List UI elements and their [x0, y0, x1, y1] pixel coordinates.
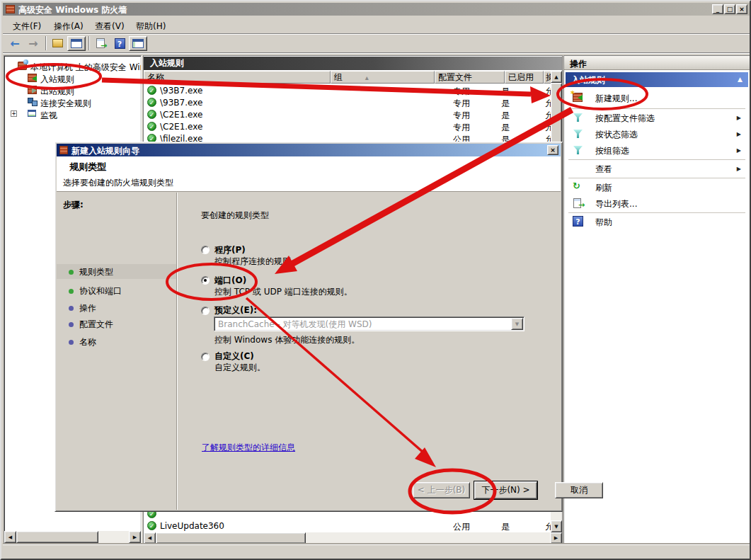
step-bullet-green [69, 270, 74, 275]
scroll-left-button[interactable]: ◀ [144, 532, 156, 544]
wizard-icon [59, 146, 68, 154]
tree-root-label: 本地计算机 上的高级安全 Wind [30, 62, 142, 74]
scroll-left-button[interactable]: ◀ [4, 531, 16, 543]
table-row[interactable]: ✓ \93B7.exe 专用 是 允许 [144, 96, 552, 108]
step-bullet-green [69, 289, 74, 294]
action-view[interactable]: 查看 ▶ [566, 161, 748, 177]
toolbar: ← → → ? [3, 35, 750, 53]
tree-item-label: 连接安全规则 [40, 98, 91, 110]
connection-security-icon2 [32, 101, 38, 106]
export-list-button[interactable]: → [92, 36, 109, 50]
minimize-button[interactable]: _ [712, 4, 723, 14]
action-refresh[interactable]: ↻ 刷新 [566, 179, 748, 195]
next-button[interactable]: 下一步(N) > [474, 481, 537, 499]
tree-root-item[interactable]: 本地计算机 上的高级安全 Wind [6, 61, 142, 72]
cancel-button[interactable]: 取消 [555, 482, 603, 498]
allowed-rule-icon: ✓ [147, 110, 156, 119]
tree-item-connection-security-rules[interactable]: 连接安全规则 [6, 97, 141, 108]
rule-type-label-predefined[interactable]: 预定义(E): [214, 304, 257, 316]
rule-type-label-port[interactable]: 端口(O) [214, 275, 246, 287]
toolbar-separator [45, 36, 47, 50]
column-header-enabled[interactable]: 已启用 [505, 71, 544, 84]
scroll-right-button[interactable]: ▶ [550, 532, 562, 544]
table-row[interactable]: ✓ LiveUpdate360 公用 是 允许 [144, 520, 552, 532]
monitoring-icon [28, 110, 36, 117]
filter-icon [573, 130, 583, 138]
separator [568, 108, 745, 109]
back-button-wizard[interactable]: < 上一步(B) [413, 482, 470, 498]
menu-bar: 文件(F) 操作(A) 查看(V) 帮助(H) [3, 17, 750, 34]
step-item[interactable]: 配置文件 [57, 316, 176, 331]
toolbar-separator [88, 36, 90, 50]
step-item-current[interactable]: 规则类型 [57, 264, 176, 279]
scroll-down-button[interactable]: ▼ [551, 520, 562, 532]
step-item[interactable]: 操作 [57, 300, 176, 315]
list-hscrollbar[interactable]: ◀ ▶ [144, 532, 562, 544]
menu-item-file[interactable]: 文件(F) [8, 19, 45, 34]
step-item[interactable]: 协议和端口 [57, 283, 176, 298]
dialog-close-button[interactable]: × [547, 145, 558, 155]
show-hide-tree-button[interactable] [129, 36, 147, 51]
rule-name: \93B7.exe [160, 86, 330, 96]
action-new-rule[interactable]: * 新建规则... [566, 88, 748, 107]
collapse-icon[interactable]: ▲ [738, 76, 743, 83]
forward-button[interactable]: → [25, 36, 42, 50]
actions-title: 操作 [564, 56, 750, 70]
scroll-right-button[interactable]: ▶ [129, 531, 141, 543]
rule-name: \93B7.exe [160, 98, 330, 108]
action-filter-by-profile[interactable]: 按配置文件筛选 ▶ [566, 110, 748, 126]
column-header-profile[interactable]: 配置文件 [435, 71, 505, 84]
action-export-list[interactable]: → 导出列表... [566, 195, 748, 212]
step-bullet-blue [69, 322, 74, 327]
help-button[interactable]: ? [112, 36, 127, 50]
tree-hscrollbar[interactable]: ◀ ▶ [4, 531, 141, 543]
action-help[interactable]: ? 帮助 [566, 214, 748, 230]
rule-type-label-program[interactable]: 程序(P) [214, 244, 246, 256]
action-filter-by-state[interactable]: 按状态筛选 ▶ [566, 126, 748, 142]
tree-item-outbound-rules[interactable]: 出站规则 [6, 85, 141, 96]
folder-up-button[interactable] [49, 36, 66, 50]
table-row[interactable]: ✓ \C2E1.exe 专用 是 允许 [144, 108, 552, 120]
separator [568, 212, 745, 213]
menu-item-help[interactable]: 帮助(H) [132, 19, 170, 34]
predefined-dropdown-value: BranchCache - 对等机发现(使用 WSD) [218, 319, 501, 331]
rule-type-label-custom[interactable]: 自定义(C) [214, 350, 254, 362]
dialog-title-bar: 新建入站规则向导 × [57, 144, 561, 156]
menu-item-view[interactable]: 查看(V) [91, 19, 129, 34]
dropdown-arrow-button[interactable]: ▼ [511, 318, 523, 330]
scroll-up-button[interactable]: ▲ [551, 71, 562, 83]
tree-item-inbound-rules[interactable]: 入站规则 [6, 73, 141, 84]
filter-icon [573, 113, 583, 122]
table-row[interactable]: ✓ \93B7.exe 专用 是 允许 [144, 84, 552, 96]
step-item[interactable]: 名称 [57, 334, 176, 349]
separator [568, 159, 745, 160]
help-icon: ? [115, 38, 125, 49]
allowed-rule-icon: ✓ [147, 86, 156, 95]
tree-item-monitoring[interactable]: + 监视 [6, 109, 141, 120]
menu-item-action[interactable]: 操作(A) [50, 19, 88, 34]
actions-section-header[interactable]: 入站规则 ▲ [566, 72, 748, 87]
scroll-thumb[interactable] [16, 531, 98, 543]
title-bar: 高级安全 Windows 防火墙 _ □ × [3, 3, 750, 16]
scroll-thumb[interactable] [156, 532, 306, 544]
maximize-button[interactable]: □ [724, 4, 735, 14]
tree-item-label: 入站规则 [40, 74, 74, 86]
firewall-app-icon [6, 5, 15, 13]
predefined-dropdown[interactable]: BranchCache - 对等机发现(使用 WSD) ▼ [214, 316, 524, 331]
rule-type-radio-0[interactable] [201, 246, 210, 254]
column-header-name[interactable]: 名称 [144, 71, 331, 84]
close-button[interactable]: × [736, 4, 747, 14]
console-window-button[interactable] [67, 36, 86, 51]
allowed-rule-icon: ✓ [147, 122, 156, 131]
rule-type-radio-2[interactable] [201, 307, 210, 315]
learn-more-link[interactable]: 了解规则类型的详细信息 [202, 442, 295, 454]
tree-expander[interactable]: + [11, 110, 17, 117]
rule-type-radio-1[interactable] [201, 276, 210, 285]
column-header-group[interactable]: 组 ▴ [331, 71, 435, 84]
back-icon: ← [10, 37, 19, 50]
back-button[interactable]: ← [6, 36, 23, 50]
new-rule-arrow-icon [578, 95, 583, 101]
table-row[interactable]: ✓ \C2E1.exe 专用 是 允许 [144, 120, 552, 132]
rule-type-radio-3[interactable] [201, 353, 210, 361]
action-filter-by-group[interactable]: 按组筛选 ▶ [566, 142, 748, 159]
